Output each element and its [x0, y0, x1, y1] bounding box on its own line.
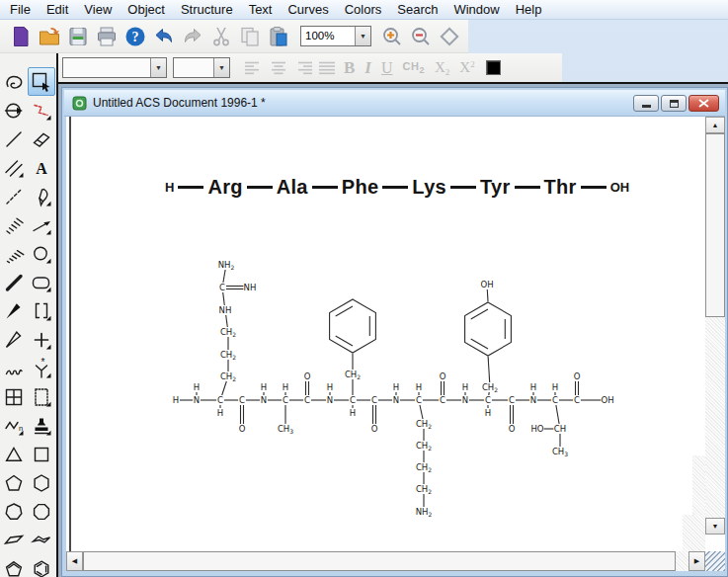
tool-text[interactable]: A	[28, 153, 55, 182]
tool-orbital[interactable]	[28, 239, 55, 268]
formula-button[interactable]: CH2	[403, 60, 425, 75]
menu-item-view[interactable]: View	[76, 1, 120, 18]
tool-bold-bond[interactable]	[0, 268, 28, 296]
undo-icon	[152, 25, 176, 48]
new-document-button[interactable]	[7, 23, 34, 49]
tool-chain[interactable]: n	[0, 411, 28, 440]
tool-hashed-wedge-bond[interactable]	[0, 239, 28, 268]
atom-label: CH3	[278, 424, 293, 435]
drawing-canvas[interactable]: HArgAlaPheLysTyrThrOH HNHCHCONHCHCH3CONH…	[66, 117, 705, 551]
minimize-button[interactable]	[633, 95, 659, 112]
menu-item-edit[interactable]: Edit	[39, 1, 76, 18]
help-button[interactable]: ?	[121, 23, 148, 49]
menu-item-file[interactable]: File	[2, 1, 39, 18]
tool-cyclohexane-chair-ring[interactable]	[28, 526, 55, 554]
tool-arrow[interactable]	[28, 210, 55, 239]
zoom-level-value[interactable]: 100%	[301, 27, 355, 45]
align-left-button[interactable]	[240, 57, 265, 79]
font-size-value[interactable]	[174, 58, 213, 77]
restore-button[interactable]	[661, 95, 687, 112]
tool-cycloheptane-ring[interactable]	[0, 497, 28, 526]
subscript-button[interactable]: X2	[435, 59, 449, 77]
scroll-up-button[interactable]: ▲	[705, 117, 725, 133]
print-button[interactable]	[93, 23, 120, 49]
tool-cyclopropane-ring[interactable]	[0, 440, 28, 468]
menu-item-object[interactable]: Object	[120, 1, 173, 18]
chevron-down-icon[interactable]: ▼	[213, 58, 229, 77]
paste-button[interactable]	[265, 23, 291, 49]
scroll-down-button[interactable]: ▼	[705, 518, 725, 535]
tool-attachment-point[interactable]: *	[28, 354, 55, 382]
tool-cyclooctane-ring[interactable]	[28, 497, 55, 526]
align-right-button[interactable]	[289, 57, 314, 79]
menu-item-window[interactable]: Window	[445, 1, 507, 18]
font-family-value[interactable]	[63, 58, 150, 77]
align-justify-icon	[317, 60, 337, 76]
table-icon	[3, 386, 25, 408]
tool-eraser[interactable]	[28, 124, 55, 153]
tool-multiple-bond[interactable]	[0, 153, 28, 182]
underline-button[interactable]: U	[381, 59, 393, 77]
tool-hashed-bond[interactable]	[0, 210, 28, 239]
menu-item-curves[interactable]: Curves	[280, 1, 336, 18]
copy-button[interactable]	[236, 23, 263, 49]
open-button[interactable]	[36, 23, 62, 49]
tool-cyclohexane-ring[interactable]	[28, 468, 55, 497]
tool-cyclobutane-ring[interactable]	[28, 440, 55, 468]
tool-marquee[interactable]	[28, 67, 55, 96]
tool-cyclopentadiene-ring[interactable]	[0, 554, 28, 577]
tool-pen[interactable]	[28, 182, 55, 210]
vertical-scroll-thumb[interactable]	[705, 133, 725, 317]
structure-drawing[interactable]: HNHCHCONHCHCH3CONHCHCONHCHCONHCHCONHCHCO…	[66, 117, 705, 551]
tool-cyclopentane-perspective-ring[interactable]	[0, 526, 28, 554]
font-family-combo[interactable]: ▼	[62, 57, 167, 78]
superscript-button[interactable]: X2	[459, 59, 474, 76]
resize-grip[interactable]	[705, 551, 725, 571]
menu-item-colors[interactable]: Colors	[337, 1, 390, 18]
zoom-level-combo[interactable]: 100% ▼	[300, 26, 371, 46]
tool-rotate[interactable]	[0, 96, 28, 124]
menu-item-help[interactable]: Help	[508, 1, 550, 18]
tool-flexible-chain[interactable]	[28, 96, 55, 124]
document-titlebar[interactable]: Untitled ACS Document 1996-1 *	[64, 90, 725, 117]
rotate-icon	[3, 100, 25, 122]
tool-table[interactable]	[0, 382, 28, 411]
menu-item-text[interactable]: Text	[241, 1, 281, 18]
tool-wavy-bond[interactable]	[0, 354, 28, 382]
tool-cyclopentane-ring[interactable]	[0, 468, 28, 497]
tool-plus[interactable]	[28, 325, 55, 354]
tool-lasso[interactable]	[0, 67, 28, 96]
tool-hollow-wedge-bond[interactable]	[0, 325, 28, 354]
tool-template-stamp[interactable]	[28, 411, 55, 440]
chevron-down-icon[interactable]: ▼	[355, 27, 370, 45]
tool-solid-wedge-bond[interactable]	[0, 296, 28, 325]
bold-button[interactable]: B	[344, 58, 355, 78]
cut-button[interactable]	[207, 23, 234, 49]
zoom-in-button[interactable]	[378, 23, 405, 49]
save-button[interactable]	[64, 23, 91, 49]
clean-structure-button[interactable]	[436, 23, 462, 49]
scroll-left-button[interactable]: ◀	[66, 551, 83, 571]
tool-rounded-rect[interactable]	[28, 268, 55, 296]
tool-bracket[interactable]	[28, 296, 55, 325]
tool-solid-bond[interactable]	[0, 124, 28, 153]
redo-button[interactable]	[179, 23, 205, 49]
horizontal-scrollbar[interactable]: ◀ ▶	[66, 551, 705, 571]
align-center-button[interactable]	[265, 57, 289, 79]
chevron-down-icon[interactable]: ▼	[150, 58, 166, 77]
undo-button[interactable]	[150, 23, 177, 49]
align-justify-button[interactable]	[314, 57, 339, 79]
horizontal-scroll-thumb[interactable]	[83, 551, 676, 571]
menu-item-search[interactable]: Search	[389, 1, 445, 18]
menu-item-structure[interactable]: Structure	[173, 1, 241, 18]
tool-dashed-bond[interactable]	[0, 182, 28, 210]
zoom-out-button[interactable]	[407, 23, 434, 49]
text-color-swatch[interactable]	[486, 60, 501, 75]
italic-button[interactable]: I	[364, 58, 371, 78]
tool-benzene-ring[interactable]	[28, 554, 55, 577]
vertical-scrollbar[interactable]: ▲ ▼	[705, 117, 725, 535]
scroll-right-button[interactable]: ▶	[688, 551, 705, 571]
close-button[interactable]	[688, 95, 719, 112]
tool-marked-rect[interactable]	[28, 382, 55, 411]
font-size-combo[interactable]: ▼	[173, 57, 230, 78]
